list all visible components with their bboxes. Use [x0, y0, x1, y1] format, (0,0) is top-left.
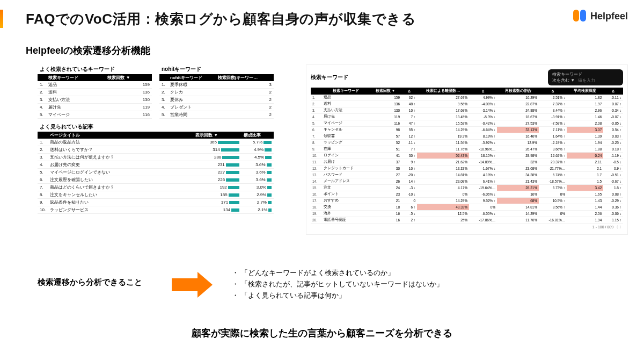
col-header: Δ	[469, 88, 497, 95]
brand-logo-mark	[573, 10, 586, 23]
analytics-table: 検索キーワード検索回数 ▼Δ検索による離脱数…Δ再検索数の割合Δ平均検索深度Δ …	[311, 88, 623, 224]
bullet-list: 「どんなキーワードがよく検索されているのか」「検索されたが、記事がヒットしていな…	[232, 268, 443, 301]
table-row: 10. ログイン 4130 ↑ 52.43%18.15% ↑ 28.98%12.…	[311, 153, 623, 159]
nohit-heading: nohitキーワード	[162, 66, 274, 73]
table-row: 20. 電話番号認証 162 ↑ 25%-17.86%… 11.76%-16.8…	[311, 217, 623, 224]
col-keyword: 検索キーワード	[46, 74, 105, 81]
table-row: 3.支払い方法130	[38, 96, 152, 104]
right-panel-title: 検索キーワード	[311, 74, 348, 81]
table-row: 5.マイページ116	[38, 111, 152, 119]
keywords-heading: よく検索されているキーワード	[40, 66, 152, 73]
col-header: 平均検索深度	[567, 88, 603, 95]
table-row: 4. 届け先 1197 ↑ 13.45%-5.3% ↓ 18.67%-3.91%…	[311, 114, 623, 120]
brand-logo: Helpfeel	[573, 10, 628, 23]
arrow-icon	[172, 278, 197, 291]
col-header	[311, 88, 322, 95]
brand-logo-text: Helpfeel	[590, 11, 628, 22]
col-views: 表示回数 ▼	[193, 132, 241, 139]
table-row: 1. 返品 15962 ↑ 27.67%4.99% ↑ 16.29%-2.51%…	[311, 95, 623, 101]
articles-table: ページタイトル 表示回数 ▼ 構成比率 1.商品の返品方法3655.7%2.送料…	[38, 132, 274, 214]
table-row: 6.注文履歴を確認したい2263.6%	[38, 176, 274, 184]
col-header: 検索回数 ▼	[369, 88, 401, 95]
table-row: 3.支払い方法には何が使えますか？2884.5%	[38, 154, 274, 161]
bullet-item: 「どんなキーワードがよく検索されているのか」	[232, 268, 443, 279]
table-row: 14. メールアドレス 2614 ↑ 23.08%6.41% ↑ 21.43%-…	[311, 178, 623, 185]
nohit-table: nohitキーワード 検索回数(キーワー… 1.夏季休暇32.クレカ23.夏休み…	[159, 74, 274, 119]
filter-label: 検索キーワード	[552, 71, 619, 77]
slide-title: FAQでのVoC活用：検索ログから顧客自身の声が収集できる	[26, 10, 416, 28]
table-row: 6. キャンセル 9855 ↑ 14.29%-6.64% ↓ 33.13%7.1…	[311, 127, 623, 133]
table-row: 4.届け先119	[38, 104, 152, 111]
table-row: 11. お届け 379 ↑ 21.62%-14.09%… 32%20.37% ↑…	[311, 159, 623, 165]
filter-input[interactable]: 値を入力	[578, 78, 595, 83]
col-count: 検索回数 ▼	[105, 74, 152, 81]
table-row: 2.クレカ2	[159, 89, 274, 96]
col-header: Δ	[401, 88, 417, 95]
col-header: 検索キーワード	[322, 88, 369, 95]
subtitle: Helpfeelの検索遷移分析機能	[26, 44, 150, 57]
col-nohit-kw: nohitキーワード	[168, 74, 216, 81]
filter-box[interactable]: 検索キーワード 次を含む ▼ 値を入力	[548, 69, 623, 85]
table-row: 10.ラッピングサービス1342.1%	[38, 206, 274, 214]
arrow-head-icon	[197, 272, 213, 298]
table-row: 4.お届け先の変更2313.6%	[38, 161, 274, 169]
bullet-item: 「検索されたが、記事がヒットしていないキーワードはないか」	[232, 279, 443, 290]
table-row: 5.営業時間2	[159, 111, 274, 119]
table-row: 8.注文をキャンセルしたい1852.9%	[38, 191, 274, 199]
table-row: 7.商品はどのくらいで届きますか？1923.0%	[38, 184, 274, 191]
table-row: 1.商品の返品方法3655.7%	[38, 139, 274, 146]
table-row: 1.返品159	[38, 81, 152, 89]
filter-condition[interactable]: 次を含む ▼	[552, 78, 575, 83]
table-row: 17. おすすめ 210 14.29%9.52% ↑ 68%10.5% ↑ 1.…	[311, 198, 623, 204]
col-header: Δ	[603, 88, 623, 95]
table-row: 5. マイページ 11647 ↑ 15.52%-0.42% ↓ 27.53%-7…	[311, 120, 623, 127]
col-header: 検索による離脱数…	[417, 88, 469, 95]
keywords-table: 検索キーワード 検索回数 ▼ 1.返品1592.送料1363.支払い方法1304…	[38, 74, 152, 119]
table-row: 15. 注文 24-3 ↓ 4.17%-19.64%… 28.21%6.73% …	[311, 185, 623, 191]
table-row: 19. 海外 16-5 ↓ 12.5%-6.55% ↓ 14.29%0% 2.5…	[311, 211, 623, 217]
panel-right: 検索キーワード 検索キーワード 次を含む ▼ 値を入力 検索キーワード検索回数 …	[306, 64, 628, 235]
conclusion: 顧客が実際に検索した生の言葉から顧客ニーズを分析できる	[0, 327, 644, 340]
col-page-title: ページタイトル	[48, 132, 193, 139]
table-row: 2. 送料 13648 ↑ 9.56%-4.08% ↓ 22.87%7.37% …	[311, 101, 623, 107]
bullet-item: 「よく見られている記事は何か」	[232, 290, 443, 301]
callout-label: 検索遷移から分析できること	[38, 277, 142, 287]
pager[interactable]: 1 - 100 / 809 〈 〉	[311, 224, 623, 230]
table-row: 18. 交換 186 ↑ 43.33%0% 14.81%8.56% ↑ 1.44…	[311, 204, 623, 211]
articles-heading: よく見られている記事	[40, 123, 274, 131]
col-header: 再検索数の割合	[497, 88, 539, 95]
col-header: Δ	[539, 88, 567, 95]
col-ratio: 構成比率	[241, 132, 274, 139]
table-row: 3.夏休み2	[159, 96, 274, 104]
panel-left: よく検索されているキーワード 検索キーワード 検索回数 ▼ 1.返品1592.送…	[38, 64, 274, 214]
table-row: 4.プレゼント2	[159, 104, 274, 111]
accent-bar	[0, 10, 3, 28]
table-row: 7. 領収書 5712 ↑ 19.3%8.19% ↑ 16.46%1.64% ↑…	[311, 133, 623, 140]
table-row: 12. クレジットカード 3010 ↑ 13.33%-1.67% ↓ 23.68…	[311, 165, 623, 172]
col-nohit-count: 検索回数(キーワー…	[216, 74, 274, 81]
table-row: 5.マイページにログインできない2273.6%	[38, 169, 274, 176]
table-row: 2.送料136	[38, 89, 152, 96]
table-row: 13. パスワード 27-20 ↓ 14.81%4.18% ↑ 34.38%6.…	[311, 172, 623, 178]
table-row: 16. ポイント 23-10 ↓ 0%-6.06% ↓ 16%0% 1.650.…	[311, 191, 623, 198]
table-row: 1.夏季休暇3	[159, 81, 274, 89]
table-row: 9. 在庫 517 ↑ 11.76%-10.96%… 26.47%3.66% ↑…	[311, 146, 623, 153]
table-row: 8. ラッピング 52-11 ↓ 11.54%-5.92% ↓ 12.9%-2.…	[311, 140, 623, 146]
table-row: 3. 支払い方法 13010 ↑ 17.69%-3.14% ↓ 24.88%8.…	[311, 107, 623, 114]
table-row: 2.送料はいくらですか？3144.9%	[38, 146, 274, 154]
table-row: 9.返品条件を知りたい1712.7%	[38, 199, 274, 206]
